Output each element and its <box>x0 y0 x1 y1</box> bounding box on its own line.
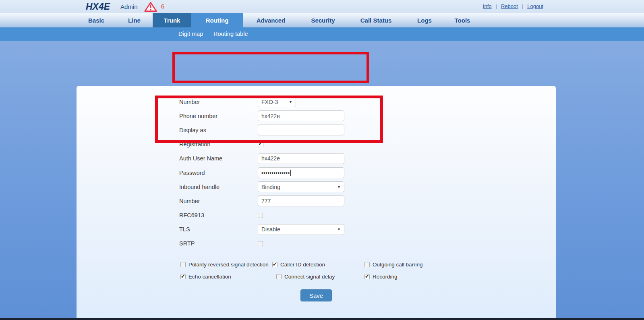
auth-user-name-label: Auth User Name <box>179 155 258 162</box>
form-row: Phone number <box>179 109 344 123</box>
registration-label: Registration <box>179 141 258 148</box>
tab-routing[interactable]: Routing <box>191 13 243 27</box>
phone-number-input[interactable] <box>258 110 344 121</box>
tab-basic[interactable]: Basic <box>77 13 116 27</box>
binding-number-label: Number <box>179 198 258 204</box>
text-caret <box>290 170 291 176</box>
tls-select[interactable]: Disable ▼ <box>258 224 344 235</box>
option-label: Recording <box>373 274 398 280</box>
app-logo: HX4E <box>86 1 110 12</box>
option-label: Outgoing call barring <box>373 262 423 268</box>
form-row: SRTP <box>179 237 344 251</box>
registration-checkbox[interactable] <box>258 141 263 147</box>
option-echo-cancellation: Echo cancellation <box>180 274 231 280</box>
trunk-settings-form: Number FXO-3 ▼ Phone number Display as <box>179 95 344 251</box>
dropdown-arrow-icon: ▼ <box>289 100 292 104</box>
form-row: Number FXO-3 ▼ <box>179 95 344 109</box>
bottom-edge-strip <box>0 318 644 320</box>
option-recording: Recording <box>364 274 398 280</box>
inbound-handle-select[interactable]: Binding ▼ <box>258 181 344 192</box>
tab-trunk[interactable]: Trunk <box>153 13 191 27</box>
inbound-handle-select-value: Binding <box>261 184 280 190</box>
option-caller-id: Caller ID detection <box>272 262 325 268</box>
reboot-link[interactable]: Reboot <box>501 3 518 9</box>
save-button[interactable]: Save <box>300 289 332 301</box>
subnav-digit-map[interactable]: Digit map <box>178 27 203 41</box>
top-bar: HX4E Admin 6 Info | Reboot | Logout <box>0 0 644 13</box>
password-input[interactable]: •••••••••••••• <box>258 167 344 178</box>
form-row: Password •••••••••••••• <box>179 166 344 180</box>
option-outgoing-call-barring: Outgoing call barring <box>364 262 423 268</box>
option-label: Echo cancellation <box>188 274 231 280</box>
auth-user-name-input[interactable] <box>258 153 344 164</box>
subnav-routing-table[interactable]: Routing table <box>213 27 248 41</box>
alert-count: 6 <box>161 3 164 10</box>
inbound-handle-label: Inbound handle <box>179 184 258 190</box>
tab-line[interactable]: Line <box>116 13 153 27</box>
warning-alert-icon[interactable] <box>144 2 158 12</box>
tab-logs[interactable]: Logs <box>405 13 444 27</box>
form-row: TLS Disable ▼ <box>179 222 344 237</box>
form-row: Auth User Name <box>179 152 344 166</box>
page-background: Number FXO-3 ▼ Phone number Display as <box>0 41 644 320</box>
main-nav-tabs: Basic Line Trunk Routing Advanced Securi… <box>0 13 644 27</box>
logged-in-user: Admin <box>120 3 138 10</box>
tls-label: TLS <box>179 226 258 233</box>
phone-number-label: Phone number <box>179 113 258 119</box>
number-select-value: FXO-3 <box>261 99 278 105</box>
info-link[interactable]: Info <box>483 3 492 9</box>
form-row: Number <box>179 194 344 208</box>
option-label: Caller ID detection <box>280 262 325 268</box>
rfc6913-label: RFC6913 <box>179 212 258 218</box>
form-row: Registration <box>179 137 344 152</box>
logout-link[interactable]: Logout <box>527 3 543 9</box>
rfc6913-checkbox[interactable] <box>258 213 263 218</box>
polarity-reversed-checkbox[interactable] <box>180 262 186 267</box>
number-label: Number <box>179 99 258 105</box>
srtp-label: SRTP <box>179 240 258 247</box>
form-row: RFC6913 <box>179 208 344 222</box>
sub-nav: Digit map Routing table <box>0 27 644 41</box>
tab-tools[interactable]: Tools <box>444 13 480 27</box>
link-separator: | <box>496 3 497 9</box>
outgoing-call-barring-checkbox[interactable] <box>364 262 370 267</box>
form-row: Display as <box>179 123 344 137</box>
form-row: Inbound handle Binding ▼ <box>179 180 344 194</box>
recording-checkbox[interactable] <box>364 274 370 279</box>
dropdown-arrow-icon: ▼ <box>337 227 341 231</box>
option-polarity-reversed: Polarity reversed signal detection <box>180 262 269 268</box>
content-card: Number FXO-3 ▼ Phone number Display as <box>77 86 556 320</box>
password-masked-value: •••••••••••••• <box>261 170 290 176</box>
echo-cancellation-checkbox[interactable] <box>180 274 186 279</box>
tab-security[interactable]: Security <box>299 13 347 27</box>
number-select[interactable]: FXO-3 ▼ <box>258 96 296 107</box>
connect-signal-delay-checkbox[interactable] <box>276 274 282 279</box>
warning-triangle-icon <box>144 2 157 12</box>
tab-call-status[interactable]: Call Status <box>347 13 405 27</box>
dropdown-arrow-icon: ▼ <box>337 185 341 189</box>
binding-number-input[interactable] <box>258 195 344 206</box>
display-as-input[interactable] <box>258 125 344 135</box>
display-as-label: Display as <box>179 127 258 133</box>
option-connect-signal-delay: Connect signal delay <box>276 274 335 280</box>
link-separator: | <box>522 3 523 9</box>
line-options-grid: Polarity reversed signal detection Calle… <box>180 262 462 286</box>
srtp-checkbox[interactable] <box>258 241 263 246</box>
tls-select-value: Disable <box>261 226 280 233</box>
caller-id-checkbox[interactable] <box>272 262 277 267</box>
tab-advanced[interactable]: Advanced <box>243 13 299 27</box>
option-label: Connect signal delay <box>284 274 335 280</box>
password-label: Password <box>179 170 258 176</box>
option-label: Polarity reversed signal detection <box>188 262 269 268</box>
session-links: Info | Reboot | Logout <box>483 3 543 9</box>
